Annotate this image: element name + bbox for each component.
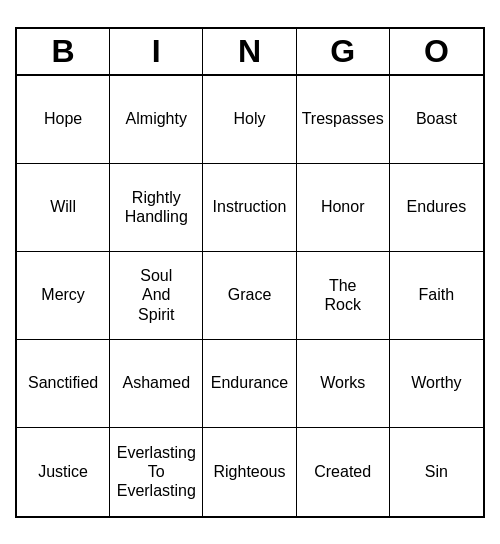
cell-text: Ashamed xyxy=(122,373,190,392)
bingo-header: BINGO xyxy=(17,29,483,76)
bingo-cell[interactable]: Sanctified xyxy=(17,340,110,428)
cell-text: Justice xyxy=(38,462,88,481)
bingo-cell[interactable]: Created xyxy=(297,428,390,516)
cell-text: Boast xyxy=(416,109,457,128)
bingo-card: BINGO HopeAlmightyHolyTrespassesBoastWil… xyxy=(15,27,485,518)
bingo-cell[interactable]: RightlyHandling xyxy=(110,164,203,252)
bingo-cell[interactable]: EverlastingToEverlasting xyxy=(110,428,203,516)
cell-text: Will xyxy=(50,197,76,216)
bingo-cell[interactable]: Endurance xyxy=(203,340,296,428)
bingo-cell[interactable]: Sin xyxy=(390,428,483,516)
cell-text: TheRock xyxy=(324,276,360,314)
cell-text: Grace xyxy=(228,285,272,304)
bingo-cell[interactable]: Instruction xyxy=(203,164,296,252)
cell-text: RightlyHandling xyxy=(125,188,188,226)
header-letter: G xyxy=(297,29,390,74)
bingo-cell[interactable]: Will xyxy=(17,164,110,252)
cell-text: Works xyxy=(320,373,365,392)
bingo-cell[interactable]: Mercy xyxy=(17,252,110,340)
bingo-cell[interactable]: Righteous xyxy=(203,428,296,516)
bingo-cell[interactable]: Works xyxy=(297,340,390,428)
bingo-cell[interactable]: Holy xyxy=(203,76,296,164)
cell-text: Worthy xyxy=(411,373,461,392)
bingo-cell[interactable]: Grace xyxy=(203,252,296,340)
cell-text: Instruction xyxy=(213,197,287,216)
cell-text: EverlastingToEverlasting xyxy=(117,443,196,501)
cell-text: Faith xyxy=(419,285,455,304)
header-letter: I xyxy=(110,29,203,74)
bingo-cell[interactable]: Hope xyxy=(17,76,110,164)
bingo-cell[interactable]: Ashamed xyxy=(110,340,203,428)
cell-text: Sin xyxy=(425,462,448,481)
bingo-grid: HopeAlmightyHolyTrespassesBoastWillRight… xyxy=(17,76,483,516)
cell-text: Hope xyxy=(44,109,82,128)
header-letter: B xyxy=(17,29,110,74)
header-letter: O xyxy=(390,29,483,74)
cell-text: Holy xyxy=(233,109,265,128)
cell-text: SoulAndSpirit xyxy=(138,266,174,324)
bingo-cell[interactable]: Honor xyxy=(297,164,390,252)
bingo-cell[interactable]: Justice xyxy=(17,428,110,516)
cell-text: Created xyxy=(314,462,371,481)
cell-text: Trespasses xyxy=(302,109,384,128)
cell-text: Endurance xyxy=(211,373,288,392)
header-letter: N xyxy=(203,29,296,74)
bingo-cell[interactable]: Endures xyxy=(390,164,483,252)
bingo-cell[interactable]: Faith xyxy=(390,252,483,340)
cell-text: Honor xyxy=(321,197,365,216)
bingo-cell[interactable]: Trespasses xyxy=(297,76,390,164)
bingo-cell[interactable]: Worthy xyxy=(390,340,483,428)
cell-text: Almighty xyxy=(126,109,187,128)
cell-text: Sanctified xyxy=(28,373,98,392)
bingo-cell[interactable]: Almighty xyxy=(110,76,203,164)
cell-text: Mercy xyxy=(41,285,85,304)
bingo-cell[interactable]: TheRock xyxy=(297,252,390,340)
cell-text: Righteous xyxy=(213,462,285,481)
bingo-cell[interactable]: SoulAndSpirit xyxy=(110,252,203,340)
cell-text: Endures xyxy=(407,197,467,216)
bingo-cell[interactable]: Boast xyxy=(390,76,483,164)
